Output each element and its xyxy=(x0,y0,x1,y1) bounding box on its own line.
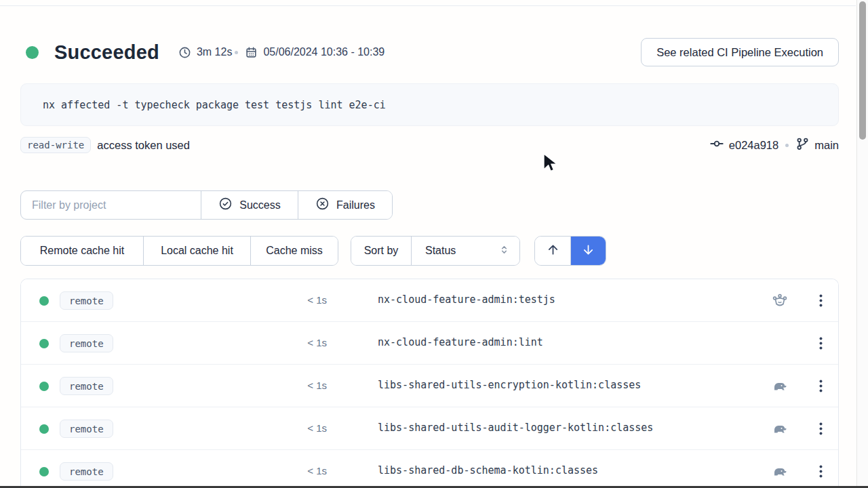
chevron-updown-icon xyxy=(498,244,510,258)
task-success-dot xyxy=(39,382,49,391)
task-name: nx-cloud-feature-admin:lint xyxy=(378,336,543,348)
filter-local-cache-button[interactable]: Local cache hit xyxy=(143,237,250,265)
meta-separator-dot xyxy=(235,51,238,54)
filter-remote-cache-button[interactable]: Remote cache hit xyxy=(21,237,143,265)
cache-source-badge: remote xyxy=(60,291,113,310)
jest-icon xyxy=(772,293,788,309)
task-row[interactable]: remote < 1s nx-cloud-feature-admin:testj… xyxy=(21,279,838,322)
access-token-badge: read-write xyxy=(20,137,91,153)
access-token-label: access token used xyxy=(97,139,190,152)
task-row[interactable]: remote < 1s libs-shared-utils-encryption… xyxy=(21,365,838,407)
arrow-up-icon xyxy=(546,243,560,260)
gradle-icon xyxy=(772,464,788,480)
task-list: remote < 1s nx-cloud-feature-admin:testj… xyxy=(20,279,839,488)
cache-source-badge: remote xyxy=(60,334,113,352)
filter-cache-miss-button[interactable]: Cache miss xyxy=(250,237,338,265)
sort-group: Sort by Status xyxy=(351,236,520,266)
run-status-title: Succeeded xyxy=(54,41,159,64)
task-row[interactable]: remote < 1s libs-shared-db-schema-kotlin… xyxy=(21,450,838,488)
project-filter-group: Success Failures xyxy=(20,190,393,220)
run-header: Succeeded 3m 12s 05/06/2024 10:36 - 10:3… xyxy=(20,37,839,67)
cache-source-badge: remote xyxy=(60,420,113,438)
scrollbar-thumb[interactable] xyxy=(859,1,866,140)
task-success-dot xyxy=(39,424,49,434)
task-duration: < 1s xyxy=(282,465,327,476)
run-details-page: Succeeded 3m 12s 05/06/2024 10:36 - 10:3… xyxy=(0,0,868,488)
filter-failures-button[interactable]: Failures xyxy=(298,191,392,219)
branch-name[interactable]: main xyxy=(814,139,839,152)
task-menu-button[interactable] xyxy=(810,418,831,439)
vcs-info: e024a918 main xyxy=(709,136,839,154)
task-menu-button[interactable] xyxy=(810,333,831,353)
run-status-dot xyxy=(26,46,39,59)
task-duration: < 1s xyxy=(282,380,327,391)
sort-ascending-button[interactable] xyxy=(535,237,570,265)
task-success-dot xyxy=(39,296,49,306)
sort-select[interactable]: Status xyxy=(411,237,519,265)
branch-icon xyxy=(795,137,810,154)
task-name: libs-shared-utils-audit-logger-kotlin:cl… xyxy=(378,422,653,434)
check-circle-icon xyxy=(218,197,233,214)
mouse-cursor xyxy=(542,153,559,175)
run-duration: 3m 12s xyxy=(178,46,232,59)
task-success-dot xyxy=(39,339,49,348)
command-block: nx affected -t typecheck package test te… xyxy=(20,83,839,126)
task-menu-button[interactable] xyxy=(810,461,831,481)
commit-icon xyxy=(709,136,724,154)
top-divider xyxy=(0,5,856,6)
filter-success-button[interactable]: Success xyxy=(201,191,298,219)
meta-separator-dot xyxy=(785,144,789,147)
command-text: nx affected -t typecheck package test te… xyxy=(43,99,386,111)
task-row[interactable]: remote < 1s nx-cloud-feature-admin:lint xyxy=(21,322,838,365)
task-duration: < 1s xyxy=(282,294,327,306)
arrow-down-icon xyxy=(581,243,595,260)
sort-select-value: Status xyxy=(425,245,456,257)
gradle-icon xyxy=(772,421,788,437)
gradle-icon xyxy=(772,378,788,394)
project-filter-input[interactable] xyxy=(21,191,201,219)
task-success-dot xyxy=(39,467,49,476)
task-row[interactable]: remote < 1s libs-shared-utils-audit-logg… xyxy=(21,407,838,450)
sort-descending-button[interactable] xyxy=(570,237,606,265)
sort-by-label: Sort by xyxy=(351,237,411,265)
sort-direction-group xyxy=(534,236,606,266)
task-name: libs-shared-db-schema-kotlin:classes xyxy=(378,464,598,476)
run-date-range: 05/06/2024 10:36 - 10:39 xyxy=(245,46,384,59)
task-menu-button[interactable] xyxy=(810,375,831,396)
cache-source-badge: remote xyxy=(60,377,113,395)
see-related-pipeline-button[interactable]: See related CI Pipeline Execution xyxy=(641,38,839,66)
task-duration: < 1s xyxy=(282,337,327,348)
clock-icon xyxy=(178,46,191,59)
task-name: nx-cloud-feature-admin:testjs xyxy=(378,293,555,306)
cache-source-badge: remote xyxy=(60,462,113,481)
cache-filter-group: Remote cache hit Local cache hit Cache m… xyxy=(20,236,338,266)
commit-sha[interactable]: e024a918 xyxy=(729,139,778,152)
task-name: libs-shared-utils-encryption-kotlin:clas… xyxy=(378,379,641,391)
x-circle-icon xyxy=(315,197,330,214)
task-menu-button[interactable] xyxy=(810,290,831,310)
calendar-icon xyxy=(245,46,258,59)
token-row: read-write access token used e024a918 ma… xyxy=(20,135,839,155)
task-duration: < 1s xyxy=(282,422,327,434)
